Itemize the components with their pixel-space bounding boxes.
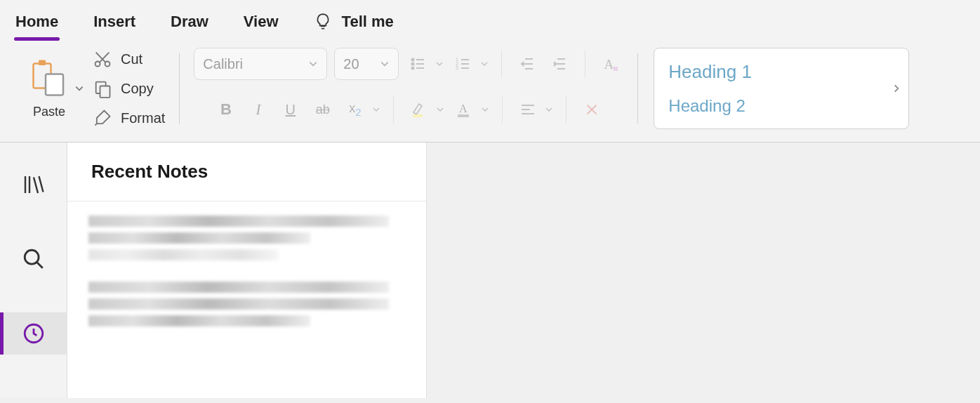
italic-button[interactable]: I [246, 97, 271, 122]
paste-label: Paste [33, 105, 65, 119]
svg-point-32 [25, 250, 39, 264]
chevron-down-icon[interactable] [436, 105, 444, 114]
redacted-text [88, 298, 389, 310]
font-family-select[interactable]: Calibri [194, 48, 327, 80]
svg-text:3: 3 [456, 65, 458, 70]
highlight-icon [411, 101, 428, 118]
nav-notebooks[interactable] [0, 164, 67, 206]
x-icon [584, 102, 600, 117]
recent-notes-panel: Recent Notes [67, 143, 427, 398]
highlight-button[interactable] [406, 97, 432, 122]
chevron-down-icon[interactable] [545, 105, 553, 114]
books-icon [21, 172, 46, 197]
bullet-list-button[interactable] [406, 51, 431, 77]
align-button[interactable] [515, 97, 541, 122]
list-item[interactable] [88, 216, 405, 260]
format-painter-button[interactable]: Format [93, 108, 165, 128]
align-left-icon [519, 101, 536, 118]
format-painter-icon [93, 108, 112, 128]
chevron-down-icon[interactable] [480, 60, 489, 68]
tell-me-label: Tell me [342, 13, 394, 31]
chevron-right-icon[interactable] [892, 84, 901, 93]
lightbulb-icon [314, 13, 332, 31]
svg-rect-26 [413, 114, 423, 117]
delete-button[interactable] [579, 97, 604, 122]
strikethrough-button[interactable]: ab [310, 97, 336, 122]
note-list [67, 202, 426, 341]
nav-rail [0, 143, 67, 398]
clear-formatting-icon: A [602, 55, 620, 73]
clipboard-group: Paste Cut Copy Format [15, 48, 178, 129]
paste-icon [28, 58, 70, 100]
outdent-button[interactable] [515, 51, 540, 77]
underline-button[interactable]: U [278, 97, 303, 122]
svg-rect-28 [458, 114, 469, 117]
chevron-down-icon[interactable] [372, 105, 380, 114]
panel-title: Recent Notes [67, 143, 426, 202]
svg-point-3 [95, 62, 100, 67]
tab-view[interactable]: View [244, 13, 279, 31]
redacted-text [88, 315, 310, 326]
indent-button[interactable] [547, 51, 572, 77]
subscript-button[interactable]: x2 [343, 97, 368, 122]
bullet-list-icon [410, 55, 427, 72]
svg-point-4 [105, 62, 110, 67]
clear-formatting-button[interactable]: A [598, 51, 623, 77]
svg-point-11 [412, 67, 414, 70]
chevron-down-icon [308, 59, 318, 69]
underline-icon: U [286, 102, 296, 118]
font-family-value: Calibri [203, 56, 243, 72]
tab-insert[interactable]: Insert [93, 13, 135, 31]
redacted-text [88, 249, 279, 260]
strikethrough-icon: ab [316, 103, 330, 117]
nav-search[interactable] [0, 238, 67, 280]
bold-button[interactable]: B [213, 97, 239, 122]
copy-icon [93, 79, 112, 98]
outdent-icon [519, 55, 536, 72]
clipboard-actions: Cut Copy Format [93, 49, 165, 128]
paste-dropdown-icon[interactable] [74, 84, 84, 93]
styles-gallery[interactable]: Heading 1 Heading 2 [654, 48, 909, 129]
chevron-down-icon [380, 59, 390, 69]
svg-line-33 [37, 262, 43, 268]
font-group: Calibri 20 123 [181, 48, 636, 129]
svg-rect-1 [39, 60, 46, 65]
svg-point-7 [412, 59, 414, 61]
chevron-down-icon[interactable] [435, 60, 444, 68]
style-heading-1[interactable]: Heading 1 [668, 61, 894, 83]
font-color-button[interactable]: A [451, 97, 477, 122]
svg-rect-6 [100, 86, 110, 98]
note-canvas[interactable] [427, 143, 980, 398]
tab-draw[interactable]: Draw [171, 13, 208, 31]
ribbon: Paste Cut Copy Format Calibri [0, 39, 980, 143]
chevron-down-icon[interactable] [481, 105, 489, 114]
font-size-select[interactable]: 20 [334, 48, 399, 80]
numbered-list-icon: 123 [455, 55, 472, 72]
svg-text:A: A [604, 57, 614, 72]
nav-recent[interactable] [0, 312, 67, 355]
ribbon-tabs: Home Insert Draw View Tell me [0, 0, 980, 39]
list-item[interactable] [88, 282, 405, 326]
italic-icon: I [256, 100, 260, 119]
paste-button[interactable]: Paste [28, 58, 70, 119]
cut-button[interactable]: Cut [93, 49, 165, 69]
svg-point-9 [412, 63, 414, 65]
scissors-icon [93, 49, 112, 69]
separator [637, 53, 638, 124]
numbered-list-button[interactable]: 123 [451, 51, 476, 77]
separator [179, 53, 180, 124]
copy-button[interactable]: Copy [93, 79, 165, 98]
clock-icon [22, 322, 46, 345]
bold-icon: B [220, 100, 232, 119]
copy-label: Copy [121, 81, 154, 97]
redacted-text [88, 216, 389, 227]
main-area: Recent Notes [0, 143, 980, 398]
tab-home[interactable]: Home [15, 13, 58, 31]
style-heading-2[interactable]: Heading 2 [668, 96, 894, 116]
tab-tell-me[interactable]: Tell me [314, 13, 394, 31]
svg-text:A: A [459, 103, 468, 114]
redacted-text [88, 232, 310, 244]
cut-label: Cut [121, 51, 143, 67]
font-color-icon: A [456, 101, 472, 118]
format-label: Format [121, 110, 165, 126]
